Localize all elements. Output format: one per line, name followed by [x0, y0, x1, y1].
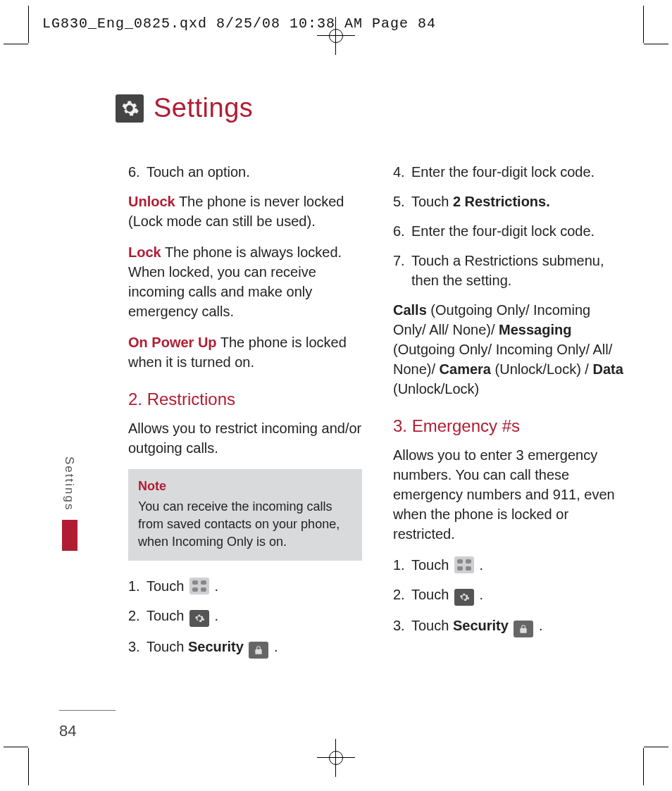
step-number: 3.	[393, 616, 411, 637]
crop-mark	[28, 748, 29, 785]
step-text: Touch	[411, 618, 453, 633]
crop-mark	[4, 44, 28, 44]
step-number: 7.	[393, 251, 411, 290]
note-text: You can receive the incoming calls from …	[138, 499, 340, 549]
side-tab: Settings	[62, 452, 77, 544]
note-box: Note You can receive the incoming calls …	[128, 469, 362, 561]
print-slug: LG830_Eng_0825.qxd 8/25/08 10:38 AM Page…	[42, 15, 436, 32]
emergency-step-2: 2. Touch .	[393, 585, 627, 606]
menu-icon	[189, 578, 209, 594]
step-number: 6.	[393, 221, 411, 241]
step-text: Touch	[411, 587, 453, 602]
option-text: (Unlock/Lock) /	[491, 361, 592, 377]
step-text: Touch	[147, 639, 188, 654]
restrict-step-3: 3. Touch Security .	[128, 637, 362, 659]
step-number: 4.	[393, 162, 411, 182]
gear-icon	[189, 610, 209, 627]
crop-mark	[643, 6, 644, 43]
section-emergency-intro: Allows you to enter 3 emergency numbers.…	[393, 445, 627, 544]
section-restrictions-intro: Allows you to restrict incoming and/or o…	[128, 418, 362, 458]
registration-mark-bottom	[311, 748, 361, 765]
right-column: 4. Enter the four-digit lock code. 5. To…	[393, 156, 627, 740]
term-label: Lock	[128, 244, 161, 260]
step-text: Enter the four-digit lock code.	[411, 162, 627, 182]
note-label: Note	[138, 478, 352, 495]
option-unlock: Unlock The phone is never locked (Lock m…	[128, 192, 362, 231]
bold-label: Camera	[440, 361, 491, 377]
bold-label: Data	[592, 361, 623, 377]
side-tab-label: Settings	[62, 452, 76, 520]
restrict-step-5: 5. Touch 2 Restrictions.	[393, 192, 627, 211]
term-label: On Power Up	[128, 335, 217, 350]
section-emergency-heading: 3. Emergency #s	[393, 414, 627, 438]
step-text: .	[480, 557, 484, 573]
restrict-step-2: 2. Touch .	[128, 606, 362, 627]
registration-mark-top	[311, 26, 361, 43]
bold-label: Security	[453, 618, 509, 633]
step-text: Touch	[147, 578, 188, 594]
left-column: 6. Touch an option. Unlock The phone is …	[128, 156, 362, 740]
restrictions-options: Calls (Outgoing Only/ Incoming Only/ All…	[393, 300, 627, 399]
option-text: (Unlock/Lock)	[393, 381, 479, 397]
step-number: 1.	[393, 555, 411, 575]
page-number: 84	[59, 722, 76, 740]
step-text: .	[215, 578, 219, 594]
section-restrictions-heading: 2. Restrictions	[128, 387, 362, 411]
step-text: Enter the four-digit lock code.	[411, 221, 627, 241]
bold-label: Calls	[393, 302, 427, 318]
restrict-step-7: 7. Touch a Restrictions submenu, then th…	[393, 251, 627, 290]
step-text: Touch	[147, 608, 188, 623]
lock-icon	[249, 642, 268, 659]
step-number: 2.	[128, 606, 147, 627]
restrict-step-4: 4. Enter the four-digit lock code.	[393, 162, 627, 182]
step-text: Touch	[411, 557, 453, 573]
crop-mark	[643, 748, 644, 785]
step-text: .	[274, 639, 278, 654]
step-text: .	[215, 608, 219, 623]
option-on-power-up: On Power Up The phone is locked when it …	[128, 332, 362, 372]
bold-label: Security	[188, 639, 244, 654]
step-text: .	[539, 618, 543, 633]
crop-mark	[28, 6, 29, 43]
step-text: Touch a Restrictions submenu, then the s…	[411, 251, 627, 290]
step-number: 1.	[128, 576, 147, 596]
emergency-step-1: 1. Touch .	[393, 555, 627, 575]
step-text: Touch	[411, 194, 453, 209]
settings-icon	[116, 94, 144, 123]
step-number: 6.	[128, 162, 147, 182]
step-number: 2.	[393, 585, 411, 606]
page-title: Settings	[154, 93, 253, 123]
bold-label: 2 Restrictions.	[453, 194, 550, 209]
bold-label: Messaging	[499, 322, 571, 337]
step-6: 6. Touch an option.	[128, 162, 362, 182]
step-number: 5.	[393, 192, 411, 211]
emergency-step-3: 3. Touch Security .	[393, 616, 627, 637]
restrict-step-1: 1. Touch .	[128, 576, 362, 596]
crop-mark	[644, 747, 668, 747]
crop-mark	[4, 747, 28, 747]
step-number: 3.	[128, 637, 147, 659]
crop-mark	[644, 44, 668, 44]
side-tab-bar	[62, 520, 77, 551]
footer-rule	[59, 710, 116, 711]
lock-icon	[514, 621, 533, 637]
step-text: .	[480, 587, 484, 602]
step-text: Touch an option.	[147, 162, 362, 182]
gear-icon	[454, 589, 474, 606]
menu-icon	[454, 556, 474, 573]
option-lock: Lock The phone is always locked. When lo…	[128, 242, 362, 321]
restrict-step-6: 6. Enter the four-digit lock code.	[393, 221, 627, 241]
term-label: Unlock	[128, 194, 175, 209]
